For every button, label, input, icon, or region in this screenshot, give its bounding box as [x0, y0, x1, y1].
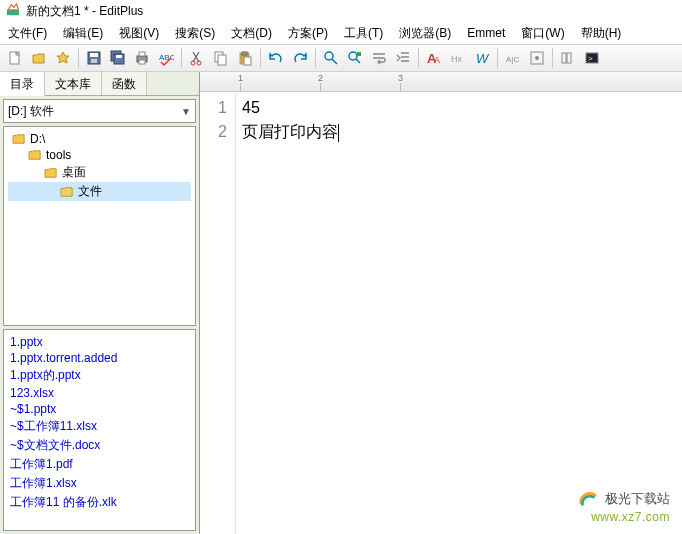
- tab-library[interactable]: 文本库: [45, 72, 102, 95]
- wordwrap-button[interactable]: [368, 47, 390, 69]
- editor-line[interactable]: 45: [242, 96, 676, 120]
- svg-rect-18: [242, 52, 247, 55]
- svg-line-23: [356, 59, 360, 63]
- menu-plan[interactable]: 方案(P): [288, 25, 328, 42]
- indent-button[interactable]: [392, 47, 414, 69]
- separator: [260, 48, 261, 68]
- drive-label: [D:] 软件: [8, 103, 54, 120]
- svg-point-20: [325, 52, 333, 60]
- terminal-button[interactable]: >: [581, 47, 603, 69]
- toolbar: ABC AA Hx W A|C >: [0, 44, 682, 72]
- copy-button[interactable]: [210, 47, 232, 69]
- file-item[interactable]: ~$文档文件.docx: [8, 436, 191, 455]
- drive-selector[interactable]: [D:] 软件 ▼: [3, 99, 196, 123]
- chevron-down-icon: ▼: [181, 106, 191, 117]
- file-item[interactable]: 1.pptx: [8, 334, 191, 350]
- line-number: 1: [200, 96, 227, 120]
- separator: [181, 48, 182, 68]
- redo-button[interactable]: [289, 47, 311, 69]
- svg-rect-16: [218, 55, 226, 65]
- side-panel: 目录 文本库 函数 [D:] 软件 ▼ D:\tools桌面文件 1.pptx1…: [0, 72, 200, 534]
- text-cursor: [338, 124, 339, 142]
- svg-rect-8: [116, 55, 122, 58]
- save-all-button[interactable]: [107, 47, 129, 69]
- tree-item[interactable]: D:\: [8, 131, 191, 147]
- folder-tree[interactable]: D:\tools桌面文件: [3, 126, 196, 326]
- svg-line-21: [332, 59, 337, 64]
- menu-view[interactable]: 视图(V): [119, 25, 159, 42]
- hex-button[interactable]: Hx: [447, 47, 469, 69]
- svg-text:Hx: Hx: [451, 54, 462, 64]
- svg-rect-0: [7, 9, 19, 15]
- file-item[interactable]: ~$工作簿11.xlsx: [8, 417, 191, 436]
- undo-button[interactable]: [265, 47, 287, 69]
- editor-area: 123 12 45页眉打印内容: [200, 72, 682, 534]
- open-file-button[interactable]: [28, 47, 50, 69]
- file-item[interactable]: 工作簿1.xlsx: [8, 474, 191, 493]
- svg-rect-32: [562, 53, 566, 63]
- tab-directory[interactable]: 目录: [0, 72, 45, 96]
- new-file-button[interactable]: [4, 47, 26, 69]
- separator: [315, 48, 316, 68]
- case-button[interactable]: A|C: [502, 47, 524, 69]
- paste-button[interactable]: [234, 47, 256, 69]
- window-title: 新的文档1 * - EditPlus: [26, 3, 143, 20]
- tree-item[interactable]: 桌面: [8, 163, 191, 182]
- save-button[interactable]: [83, 47, 105, 69]
- line-number: 2: [200, 120, 227, 144]
- menu-search[interactable]: 搜索(S): [175, 25, 215, 42]
- settings-button[interactable]: [526, 47, 548, 69]
- editor-line[interactable]: 页眉打印内容: [242, 120, 676, 144]
- menu-bar: 文件(F) 编辑(E) 视图(V) 搜索(S) 文档(D) 方案(P) 工具(T…: [0, 22, 682, 44]
- font-button[interactable]: AA: [423, 47, 445, 69]
- svg-rect-10: [139, 52, 145, 56]
- spellcheck-button[interactable]: ABC: [155, 47, 177, 69]
- menu-file[interactable]: 文件(F): [8, 25, 47, 42]
- app-icon: [6, 3, 20, 20]
- file-item[interactable]: 123.xlsx: [8, 385, 191, 401]
- favorites-button[interactable]: [52, 47, 74, 69]
- file-list[interactable]: 1.pptx1.pptx.torrent.added1.pptx的.pptx12…: [3, 329, 196, 531]
- title-bar: 新的文档1 * - EditPlus: [0, 0, 682, 22]
- svg-text:A: A: [434, 55, 440, 65]
- tree-item[interactable]: 文件: [8, 182, 191, 201]
- svg-rect-33: [567, 53, 571, 63]
- editor[interactable]: 12 45页眉打印内容: [200, 92, 682, 534]
- menu-doc[interactable]: 文档(D): [231, 25, 272, 42]
- separator: [552, 48, 553, 68]
- cut-button[interactable]: [186, 47, 208, 69]
- svg-rect-24: [357, 52, 361, 56]
- svg-marker-2: [57, 52, 69, 63]
- file-item[interactable]: 工作簿11 的备份.xlk: [8, 493, 191, 512]
- editor-content[interactable]: 45页眉打印内容: [236, 92, 682, 534]
- file-item[interactable]: 1.pptx.torrent.added: [8, 350, 191, 366]
- tab-functions[interactable]: 函数: [102, 72, 147, 95]
- svg-text:W: W: [476, 51, 490, 66]
- file-item[interactable]: 1.pptx的.pptx: [8, 366, 191, 385]
- menu-tools[interactable]: 工具(T): [344, 25, 383, 42]
- main-area: 目录 文本库 函数 [D:] 软件 ▼ D:\tools桌面文件 1.pptx1…: [0, 72, 682, 534]
- menu-window[interactable]: 窗口(W): [521, 25, 564, 42]
- svg-point-31: [535, 56, 539, 60]
- side-tabs: 目录 文本库 函数: [0, 72, 199, 96]
- browser-button[interactable]: W: [471, 47, 493, 69]
- menu-help[interactable]: 帮助(H): [581, 25, 622, 42]
- separator: [418, 48, 419, 68]
- find-button[interactable]: [320, 47, 342, 69]
- tree-item[interactable]: tools: [8, 147, 191, 163]
- columns-button[interactable]: [557, 47, 579, 69]
- menu-edit[interactable]: 编辑(E): [63, 25, 103, 42]
- svg-text:A|C: A|C: [506, 55, 519, 64]
- ruler: 123: [200, 72, 682, 92]
- menu-browser[interactable]: 浏览器(B): [399, 25, 451, 42]
- file-item[interactable]: ~$1.pptx: [8, 401, 191, 417]
- separator: [497, 48, 498, 68]
- svg-rect-5: [91, 59, 97, 63]
- replace-button[interactable]: [344, 47, 366, 69]
- print-button[interactable]: [131, 47, 153, 69]
- svg-rect-19: [244, 57, 251, 65]
- menu-emmet[interactable]: Emmet: [467, 26, 505, 40]
- svg-rect-4: [90, 53, 98, 57]
- file-item[interactable]: 工作簿1.pdf: [8, 455, 191, 474]
- svg-text:>: >: [588, 54, 593, 63]
